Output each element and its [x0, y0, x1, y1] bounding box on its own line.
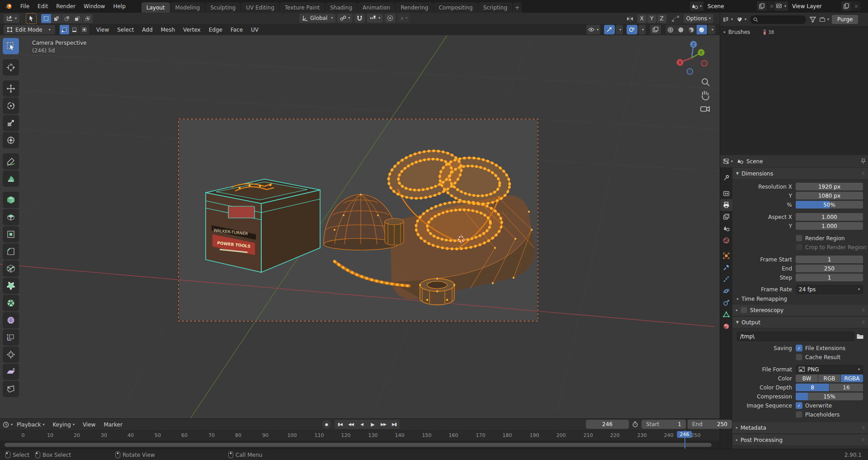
snap-toggle[interactable]: [354, 14, 365, 23]
resolution-x-field[interactable]: 1920 px: [796, 183, 863, 190]
shading-rendered-button[interactable]: [697, 25, 707, 34]
mode-dropdown[interactable]: Edit Mode ▾: [4, 25, 55, 34]
proportional-falloff-dropdown[interactable]: ∧ ▾: [397, 14, 410, 23]
tool-smooth[interactable]: [3, 312, 19, 328]
aspect-y-field[interactable]: 1.000: [796, 222, 863, 230]
tab-animation[interactable]: Animation: [358, 2, 395, 13]
tab-rendering[interactable]: Rendering: [396, 2, 433, 13]
tool-extrude-region[interactable]: [3, 209, 19, 225]
transform-orientation-dropdown[interactable]: Global ▾: [299, 14, 335, 23]
vertex-select-button[interactable]: [60, 25, 69, 34]
frame-end-field-timeline[interactable]: End250: [688, 420, 732, 429]
active-tool-indicator[interactable]: [26, 13, 37, 24]
menu-marker[interactable]: Marker: [99, 418, 126, 431]
menu-help[interactable]: Help: [109, 0, 129, 13]
panel-grip-icon[interactable]: ⠿: [862, 426, 865, 430]
tab-uv-editing[interactable]: UV Editing: [241, 2, 279, 13]
tab-modeling[interactable]: Modeling: [170, 2, 205, 13]
tool-shrink-fatten[interactable]: [3, 346, 19, 363]
outliner-search-input[interactable]: [750, 15, 806, 24]
next-keyframe-button[interactable]: ▶▶: [378, 420, 389, 429]
ring-object[interactable]: [419, 278, 455, 305]
stereoscopy-panel-header[interactable]: ▸ Stereoscopy ⠿: [732, 304, 868, 316]
menu-view[interactable]: View: [92, 24, 113, 35]
new-view-layer-button[interactable]: [841, 1, 852, 11]
tool-move[interactable]: [3, 81, 19, 97]
edge-select-button[interactable]: [70, 25, 79, 34]
overlays-dropdown[interactable]: ▾: [638, 25, 646, 34]
shading-wireframe-button[interactable]: [665, 25, 676, 34]
render-region-checkbox[interactable]: [796, 235, 802, 242]
post-processing-panel-header[interactable]: ▸ Post Processing ⠿: [732, 434, 868, 446]
object-type-visibility-dropdown[interactable]: ▾: [586, 25, 600, 34]
scene-browse-button[interactable]: ▾: [689, 1, 704, 11]
tool-annotate[interactable]: [3, 153, 19, 170]
jump-to-end-button[interactable]: ▶▮: [389, 420, 400, 429]
overwrite-checkbox[interactable]: ✓: [796, 402, 802, 409]
tool-shear[interactable]: [3, 364, 19, 380]
tool-rip-region[interactable]: [3, 381, 19, 397]
properties-tab-tool[interactable]: [720, 172, 732, 184]
gizmo-z-neg[interactable]: [687, 69, 693, 75]
small-cylinder-object[interactable]: [385, 218, 404, 245]
depth-8-button[interactable]: 8: [796, 384, 829, 391]
play-reverse-button[interactable]: ◀: [356, 420, 367, 429]
properties-tab-material[interactable]: [720, 320, 732, 332]
frame-start-field[interactable]: 1: [796, 256, 863, 263]
file-extensions-checkbox[interactable]: ✓: [796, 345, 802, 351]
tab-shading[interactable]: Shading: [325, 2, 357, 13]
purge-button[interactable]: Purge: [832, 15, 858, 24]
outliner-restriction-dropdown[interactable]: ▾: [819, 17, 829, 22]
properties-tab-output[interactable]: [720, 199, 732, 211]
tool-scale[interactable]: [3, 115, 19, 131]
tool-add-cube[interactable]: [3, 192, 19, 208]
menu-uv[interactable]: UV: [247, 24, 263, 35]
panel-grip-icon[interactable]: ⠿: [862, 320, 865, 325]
auto-keying-button[interactable]: ●: [322, 420, 331, 429]
current-frame-field[interactable]: 246: [586, 420, 629, 429]
outliner-editor-type-button[interactable]: ▾: [723, 17, 733, 22]
menu-vertex[interactable]: Vertex: [179, 24, 205, 35]
panel-grip-icon[interactable]: ⠿: [862, 171, 865, 176]
resolution-pct-slider[interactable]: 50%: [796, 201, 863, 209]
properties-tab-scene[interactable]: [720, 223, 732, 234]
outliner-row-brushes[interactable]: ▸ Brushes 38: [720, 27, 868, 38]
stereoscopy-checkbox[interactable]: [741, 307, 747, 313]
file-format-dropdown[interactable]: PNG▾: [796, 365, 863, 374]
open-file-browser-button[interactable]: [856, 333, 864, 340]
jump-to-start-button[interactable]: ▮◀: [335, 420, 345, 429]
menu-mesh[interactable]: Mesh: [157, 24, 179, 35]
tool-transform[interactable]: [3, 132, 19, 148]
show-gizmo-dropdown[interactable]: ▾: [616, 25, 623, 34]
menu-file[interactable]: File: [16, 0, 33, 13]
expand-icon[interactable]: ▸: [724, 30, 726, 34]
outliner-display-mode-dropdown[interactable]: ▾: [736, 17, 746, 22]
viewport-canvas[interactable]: WALKER-TURNER POWER TOOLS: [0, 35, 720, 418]
tool-edge-slide[interactable]: [3, 329, 19, 346]
cache-result-checkbox[interactable]: [796, 354, 802, 360]
tab-compositing[interactable]: Compositing: [434, 2, 477, 13]
timeline-editor-type-button[interactable]: ▾: [3, 422, 13, 428]
properties-tab-constraints[interactable]: [720, 297, 732, 308]
tool-spin[interactable]: [3, 295, 19, 311]
metadata-panel-header[interactable]: ▸ Metadata ⠿: [732, 422, 868, 434]
tool-inset-faces[interactable]: [3, 226, 19, 242]
view-layer-name-field[interactable]: View Layer: [788, 1, 841, 11]
shading-dropdown[interactable]: ▾: [708, 25, 715, 34]
menu-add[interactable]: Add: [138, 24, 156, 35]
tool-cursor[interactable]: [3, 59, 19, 76]
tool-bevel[interactable]: [3, 243, 19, 260]
use-preview-range-button[interactable]: [632, 421, 638, 427]
scene-name-field[interactable]: Scene: [704, 1, 757, 11]
properties-tab-object-data[interactable]: [720, 308, 732, 320]
proportional-editing-toggle[interactable]: [385, 14, 396, 23]
tab-scripting[interactable]: Scripting: [478, 2, 512, 13]
resolution-y-field[interactable]: 1080 px: [796, 192, 863, 199]
mirror-x-toggle[interactable]: X: [637, 14, 646, 23]
crop-region-checkbox[interactable]: [796, 244, 802, 251]
frame-end-field[interactable]: 250: [796, 265, 863, 272]
compression-slider[interactable]: 15%: [796, 393, 863, 400]
view-layer-browse-button[interactable]: ▾: [774, 1, 788, 11]
output-path-field[interactable]: /tmp\: [737, 332, 854, 341]
color-bw-button[interactable]: BW: [796, 375, 818, 382]
